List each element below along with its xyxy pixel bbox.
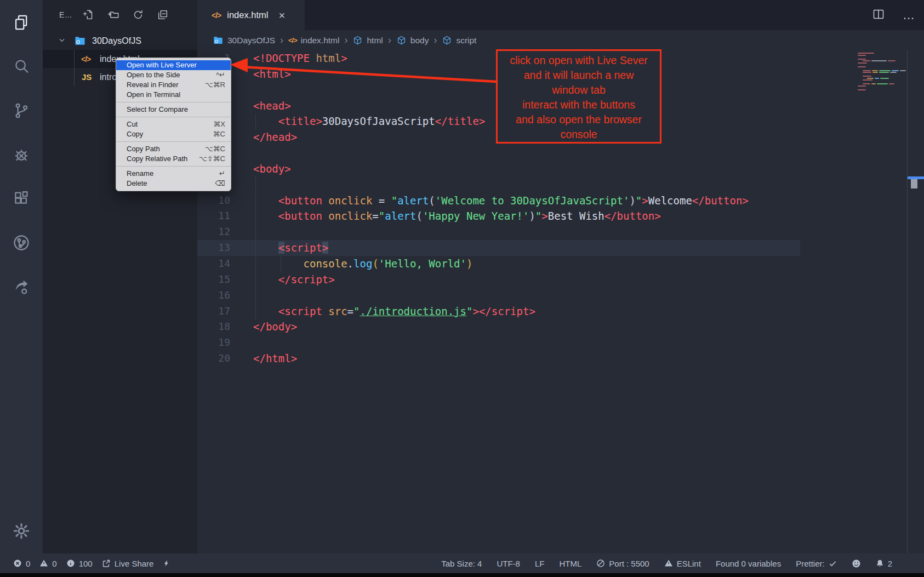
live-share-icon[interactable] [0, 271, 43, 302]
source-control-icon[interactable] [0, 95, 43, 127]
menu-item-select-for-compare[interactable]: Select for Compare [116, 105, 231, 115]
tree-indent-guide [74, 50, 75, 86]
status-item-0[interactable]: 0 [13, 559, 30, 568]
line-content: <!DOCTYPE html> [230, 50, 347, 66]
minimap-line [858, 53, 906, 54]
status-item-smiley[interactable] [852, 559, 861, 568]
menu-item-open-in-terminal[interactable]: Open in Terminal [116, 90, 231, 100]
code-line-9[interactable]: 9 [197, 177, 800, 193]
status-item-100[interactable]: 100 [66, 559, 93, 568]
breadcrumb-item-30daysofjs[interactable]: 30DaysOfJS [213, 36, 275, 45]
annotation-line: and also open the browser [498, 112, 660, 127]
status-item-live-share[interactable]: Live Share [102, 559, 154, 568]
minimap-line [858, 79, 906, 81]
menu-item-open-with-live-server[interactable]: Open with Live Server [116, 60, 231, 70]
folder-row-30daysofjs[interactable]: 30DaysOfJS [43, 32, 197, 50]
breadcrumb-label: body [410, 36, 429, 45]
run-debug-icon[interactable] [0, 139, 43, 171]
line-content: <body> [230, 161, 291, 177]
code-line-20[interactable]: 20</html> [197, 351, 800, 367]
breadcrumb-item-script[interactable]: script [442, 35, 476, 45]
context-menu: Open with Live ServerOpen to the Side^↵R… [116, 58, 231, 191]
line-number: 10 [197, 193, 230, 209]
menu-item-label: Open to the Side [127, 70, 180, 80]
code-line-10[interactable]: 10 <button onclick = "alert('Welcome to … [197, 193, 800, 209]
status-item-2[interactable]: 2 [876, 559, 892, 568]
info-icon [66, 559, 75, 568]
menu-item-delete[interactable]: Delete⌫ [116, 179, 231, 188]
extensions-icon[interactable] [0, 183, 43, 215]
breadcrumb-item-html[interactable]: html [352, 35, 383, 45]
status-item-tab-size-4[interactable]: Tab Size: 4 [441, 559, 482, 568]
check-icon [829, 559, 837, 568]
code-line-8[interactable]: 8<body> [197, 161, 800, 177]
menu-item-copy-relative-path[interactable]: Copy Relative Path⌥⇧⌘C [116, 154, 231, 164]
code-line-19[interactable]: 19 [197, 335, 800, 351]
breadcrumb-item-body[interactable]: body [396, 35, 429, 45]
search-icon[interactable] [0, 50, 43, 82]
menu-item-cut[interactable]: Cut⌘X [116, 119, 231, 129]
menu-item-copy[interactable]: Copy⌘C [116, 129, 231, 139]
status-item-prettier[interactable]: Prettier: [796, 559, 837, 568]
warning-icon [39, 559, 48, 568]
status-item-eslint[interactable]: ESLint [664, 559, 701, 568]
scrollbar-thumb[interactable] [911, 179, 917, 188]
status-item-found-0-variables[interactable]: Found 0 variables [716, 559, 781, 568]
gitlens-icon[interactable] [0, 227, 43, 259]
indent-guide [255, 114, 256, 130]
status-item-lf[interactable]: LF [535, 559, 545, 568]
code-line-11[interactable]: 11 <button onclick="alert('Happy New Yea… [197, 208, 800, 224]
code-line-13[interactable]: 13 <script> [197, 240, 800, 256]
settings-gear-icon[interactable] [0, 515, 43, 547]
split-editor-icon[interactable] [872, 8, 885, 23]
chevron-right-icon [279, 35, 284, 46]
line-number: 12 [197, 224, 230, 240]
code-line-18[interactable]: 18</body> [197, 319, 800, 335]
refresh-icon[interactable] [132, 8, 145, 21]
status-item-html[interactable]: HTML [559, 559, 581, 568]
minimap[interactable] [858, 53, 906, 81]
menu-item-reveal-in-finder[interactable]: Reveal in Finder⌥⌘R [116, 80, 231, 90]
line-number: 15 [197, 272, 230, 288]
breadcrumb-item-index-html[interactable]: </>index.html [288, 36, 339, 45]
minimap-line [858, 56, 906, 58]
folder-icon [213, 36, 224, 45]
line-content [230, 82, 253, 98]
cube-icon [352, 35, 363, 45]
status-item-lightning[interactable] [163, 559, 170, 568]
more-actions-icon[interactable]: … [903, 13, 915, 18]
code-line-7[interactable]: 7 [197, 145, 800, 161]
status-item-port-5500[interactable]: Port : 5500 [596, 559, 649, 568]
code-line-16[interactable]: 16 [197, 288, 800, 304]
line-content [230, 177, 253, 193]
menu-item-copy-path[interactable]: Copy Path⌥⌘C [116, 144, 231, 154]
line-content: </html> [230, 351, 297, 367]
menu-item-rename[interactable]: Rename↵ [116, 169, 231, 179]
lightning-icon [163, 559, 170, 568]
code-line-17[interactable]: 17 <script src="./introduction.js"></scr… [197, 304, 800, 319]
line-number: 11 [197, 208, 230, 224]
explorer-title: E… [59, 10, 72, 19]
code-line-15[interactable]: 15 </script> [197, 272, 800, 288]
new-folder-icon[interactable] [107, 8, 120, 21]
explorer-icon[interactable] [0, 7, 43, 38]
line-number: 16 [197, 288, 230, 304]
menu-item-open-to-the-side[interactable]: Open to the Side^↵ [116, 70, 231, 80]
minimap-line [858, 62, 906, 64]
minimap-line [858, 55, 906, 56]
close-icon[interactable]: × [278, 10, 285, 21]
code-line-14[interactable]: 14 console.log('Hello, World') [197, 256, 800, 272]
code-line-12[interactable]: 12 [197, 224, 800, 240]
status-item-utf-8[interactable]: UTF-8 [497, 559, 520, 568]
new-file-icon[interactable] [82, 8, 95, 21]
menu-item-label: Select for Compare [127, 105, 188, 115]
status-item-label: UTF-8 [497, 559, 520, 568]
line-content [230, 145, 253, 161]
activity-bar [0, 0, 43, 553]
status-item-0[interactable]: 0 [39, 559, 56, 568]
status-item-label: Tab Size: 4 [441, 559, 482, 568]
tab-index-html[interactable]: </> index.html × [197, 0, 305, 30]
chevron-right-icon [432, 35, 438, 46]
smiley-icon [852, 559, 861, 568]
collapse-all-icon[interactable] [156, 8, 169, 21]
